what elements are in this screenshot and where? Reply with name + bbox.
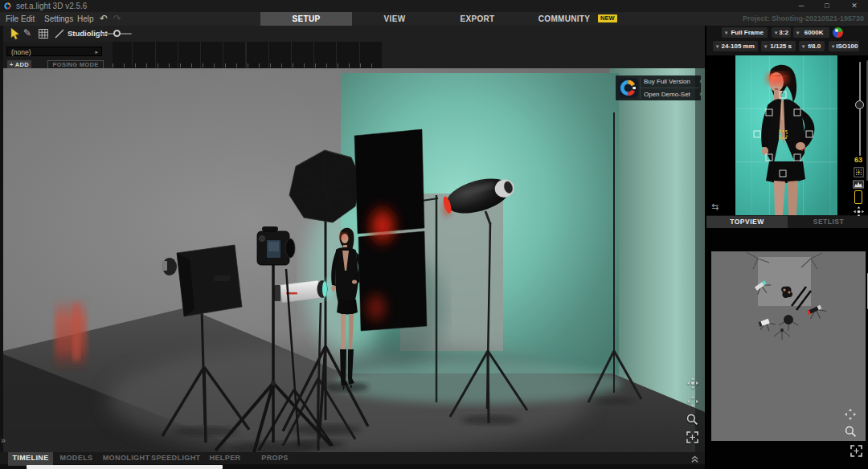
- pencil-tool-icon[interactable]: ✎: [23, 27, 31, 39]
- menu-help[interactable]: Help: [77, 12, 94, 26]
- open-demo-set-button[interactable]: Open Demo-Set ›: [641, 88, 701, 100]
- tab-topview[interactable]: TOPVIEW: [706, 216, 788, 228]
- app-window: set.a.light 3D v2.5.6 ─ □ ✕ File Edit Se…: [0, 0, 868, 469]
- timeline-ticks: [113, 63, 379, 67]
- zoom-icon[interactable]: [845, 426, 857, 438]
- color-wheel-icon[interactable]: [833, 27, 843, 38]
- fit-view-icon[interactable]: [686, 431, 698, 443]
- fit-view-icon[interactable]: [850, 445, 862, 457]
- tab-community[interactable]: COMMUNITY: [532, 12, 596, 26]
- window-title: set.a.light 3D v2.5.6: [16, 0, 87, 12]
- buy-full-version-button[interactable]: Buy Full Version ›: [641, 75, 701, 88]
- bottom-strip: [0, 464, 705, 469]
- menu-bar: File Edit Settings Help ↶ ↷ SETUP VIEW E…: [0, 12, 868, 26]
- caret-down-icon: ▾: [716, 43, 719, 50]
- grid-tool-icon[interactable]: [38, 28, 49, 39]
- camera-preview[interactable]: 63 ⇆: [706, 55, 868, 215]
- line-tool-icon[interactable]: [54, 28, 65, 39]
- zoom-icon[interactable]: [686, 414, 698, 426]
- menu-file[interactable]: File: [6, 12, 18, 26]
- tab-helper[interactable]: HELPER: [201, 452, 249, 464]
- histogram-icon[interactable]: [852, 180, 865, 189]
- new-badge: NEW: [598, 14, 617, 22]
- studiolight-slider-handle[interactable]: [113, 30, 121, 37]
- caret-down-icon: ▾: [832, 43, 834, 50]
- tab-timeline[interactable]: TIMELINE: [8, 452, 53, 464]
- menu-edit[interactable]: Edit: [21, 12, 35, 26]
- submenu-arrow-icon: ▸: [95, 47, 98, 57]
- redo-icon: ↷: [113, 12, 121, 26]
- chevron-right-icon: ›: [699, 88, 702, 100]
- expand-sidebar-icon[interactable]: »: [1, 436, 6, 445]
- title-bar: set.a.light 3D v2.5.6 ─ □ ✕: [0, 0, 868, 12]
- topview-map[interactable]: [711, 251, 866, 441]
- focus-value: 63: [851, 156, 866, 164]
- tab-models[interactable]: MODELS: [52, 452, 100, 464]
- cursor-tool-icon[interactable]: [10, 27, 22, 40]
- topview-panel[interactable]: [706, 228, 868, 469]
- caret-down-icon: ▾: [764, 43, 767, 50]
- orbit-icon[interactable]: [687, 377, 698, 389]
- tab-props[interactable]: PROPS: [251, 452, 299, 464]
- af-grid-icon[interactable]: [854, 167, 864, 177]
- timeline-scrollbar[interactable]: [27, 465, 223, 469]
- tab-setlist[interactable]: SETLIST: [788, 216, 868, 228]
- close-icon[interactable]: ✕: [845, 0, 863, 12]
- right-tab-bar: TOPVIEW SETLIST: [706, 216, 868, 228]
- pan-icon[interactable]: [845, 409, 856, 420]
- caret-down-icon: ▾: [775, 30, 777, 36]
- focus-slider-handle[interactable]: [855, 100, 864, 109]
- caret-down-icon: ▾: [725, 30, 727, 36]
- studio-scene: [3, 68, 705, 452]
- topview-backdrop-area: [758, 257, 811, 306]
- collapse-up-icon[interactable]: [690, 453, 700, 463]
- red-wall-glow: [55, 298, 87, 372]
- maximize-icon[interactable]: □: [818, 0, 836, 12]
- preset-value: (none): [11, 47, 31, 57]
- chevron-right-icon: ›: [699, 75, 702, 88]
- right-panel: ▾ Full Frame ▾ 3:2 ▾ 6000K ▾ 24-105 mm ▾…: [705, 26, 868, 469]
- lens-dropdown[interactable]: ▾ 24-105 mm: [713, 41, 758, 51]
- timeline-empty-area: [382, 42, 705, 68]
- tab-export[interactable]: EXPORT: [449, 12, 506, 26]
- preset-dropdown[interactable]: (none) ▸: [6, 47, 102, 56]
- bottom-tab-bar: TIMELINE MODELS MONOLIGHT SPEEDLIGHT HEL…: [0, 452, 705, 464]
- undo-icon[interactable]: ↶: [100, 12, 108, 26]
- shutter-dropdown[interactable]: ▾ 1/125 s: [761, 41, 796, 51]
- promo-box: Buy Full Version › Open Demo-Set ›: [616, 75, 701, 100]
- camera-preview-photo: [735, 55, 837, 215]
- tab-monolight[interactable]: MONOLIGHT: [102, 452, 150, 464]
- white-balance-dropdown[interactable]: ▾ 6000K: [793, 27, 829, 38]
- pan-icon[interactable]: [687, 396, 698, 407]
- swap-view-icon[interactable]: ⇆: [711, 202, 719, 212]
- menu-settings[interactable]: Settings: [44, 12, 73, 26]
- iso-dropdown[interactable]: ▾ ISO100: [829, 41, 859, 51]
- tab-setup[interactable]: SETUP: [260, 12, 352, 26]
- caret-down-icon: ▾: [802, 43, 805, 50]
- viewport-3d[interactable]: Buy Full Version › Open Demo-Set ›: [3, 68, 705, 452]
- project-label: Project: Shooting-20210521-195730: [743, 12, 864, 26]
- aperture-dropdown[interactable]: ▾ f/8.0: [799, 41, 825, 51]
- app-logo-icon: [618, 78, 638, 98]
- app-logo-icon: [3, 2, 12, 10]
- tab-view[interactable]: VIEW: [366, 12, 423, 26]
- minimize-icon[interactable]: ─: [792, 0, 810, 12]
- orientation-portrait-icon[interactable]: [854, 190, 862, 204]
- tab-speedlight[interactable]: SPEEDLIGHT: [151, 452, 199, 464]
- left-sidebar-strip: [0, 26, 3, 464]
- sensor-dropdown[interactable]: ▾ Full Frame: [722, 27, 768, 38]
- aspect-dropdown[interactable]: ▾ 3:2: [772, 27, 791, 38]
- caret-down-icon: ▾: [796, 30, 799, 36]
- toolbar: ✎ Studiolight: [3, 26, 705, 42]
